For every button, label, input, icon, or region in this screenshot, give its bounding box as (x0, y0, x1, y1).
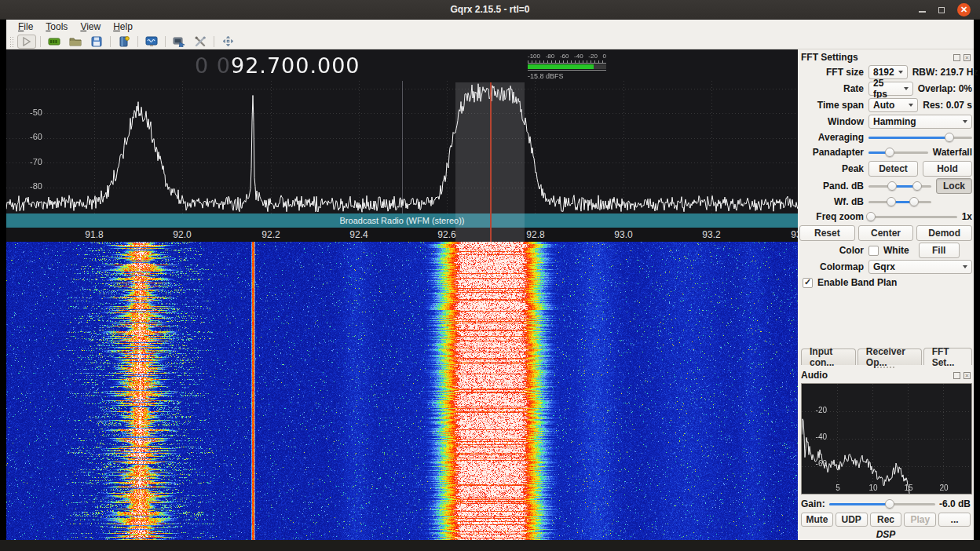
mute-button[interactable]: Mute (801, 513, 833, 527)
frequency-leading-zeros: 0 0 (195, 53, 231, 78)
slider-handle-high[interactable] (912, 181, 922, 191)
resolution-info: Res: 0.07 s (923, 100, 972, 111)
titlebar[interactable]: Gqrx 2.15.5 - rtl=0 ✕ (0, 0, 980, 20)
fill-button[interactable]: Fill (919, 243, 960, 258)
close-dock-icon[interactable]: ✕ (964, 372, 971, 379)
fft-settings-title: FFT Settings (801, 52, 858, 63)
meter-tick-ruler (528, 60, 606, 64)
udp-button[interactable]: UDP (836, 513, 868, 527)
bookmarks-button[interactable] (115, 35, 133, 49)
white-checkbox[interactable] (868, 246, 879, 256)
start-dsp-button[interactable] (17, 35, 36, 49)
peak-detect-button[interactable]: Detect (868, 161, 918, 177)
freq-tick: 93.0 (614, 229, 632, 240)
slider-handle-high[interactable] (909, 197, 919, 206)
meter-tick: -60 (560, 53, 569, 60)
audio-gain-slider[interactable] (829, 498, 935, 509)
window-select[interactable]: Hamming (868, 115, 972, 129)
screen: Gqrx 2.15.5 - rtl=0 ✕ File Tools View He… (0, 0, 980, 551)
freq-zoom-slider[interactable] (868, 211, 957, 222)
slider-handle-low[interactable] (887, 181, 897, 191)
tuned-frequency-line[interactable] (490, 82, 492, 242)
menu-help[interactable]: Help (108, 20, 138, 34)
audio-db-tick: -40 (805, 432, 827, 441)
peak-label: Peak (799, 163, 864, 174)
reset-button[interactable]: Reset (799, 225, 855, 241)
dock-tabs: Input con... Receiver Op... FFT Set... (799, 348, 972, 365)
meter-tick: 0 (603, 53, 606, 60)
wf-db-range-slider[interactable] (868, 196, 931, 207)
slider-handle[interactable] (945, 133, 954, 142)
close-button[interactable]: ✕ (957, 3, 971, 16)
minimize-button[interactable] (919, 7, 926, 13)
slider-handle[interactable] (885, 148, 894, 157)
save-file-button[interactable] (87, 35, 106, 49)
bookmarks-icon (119, 36, 130, 47)
db-tick: -70 (6, 157, 42, 166)
slider-handle-low[interactable] (887, 197, 896, 206)
frequency-readout[interactable]: 0 092.700.000 (195, 53, 360, 78)
waterfall-plot[interactable] (6, 242, 798, 540)
float-dock-icon[interactable] (953, 372, 960, 379)
overlap-info: Overlap: 0% (918, 83, 972, 94)
window-label: Window (799, 116, 864, 127)
close-dock-icon[interactable]: ✕ (964, 54, 971, 61)
freq-zoom-label: Freq zoom (799, 211, 864, 222)
chevron-down-icon (904, 87, 909, 90)
freq-tick: 91.8 (85, 229, 103, 240)
peak-hold-button[interactable]: Hold (923, 161, 972, 177)
audio-freq-tick: 20 (939, 483, 948, 492)
dsp-label: DSP (799, 529, 972, 540)
open-file-icon (69, 36, 82, 47)
audio-fft-canvas (802, 384, 971, 494)
audio-options-button[interactable]: ... (938, 513, 971, 527)
maximize-button[interactable] (938, 7, 945, 13)
colormap-label: Colormap (799, 261, 864, 272)
panadapter-plot[interactable] (6, 49, 798, 213)
meter-value: -15.8 dBFS (528, 72, 606, 80)
dsp-window-button[interactable] (142, 35, 161, 49)
rec-button[interactable]: Rec (870, 513, 902, 527)
remote-control-button[interactable] (170, 35, 188, 49)
device-config-button[interactable] (45, 35, 64, 49)
menu-file[interactable]: File (13, 20, 38, 34)
center-button[interactable]: Center (858, 225, 914, 241)
pand-db-label: Pand. dB (799, 181, 864, 192)
tab-receiver-options[interactable]: Receiver Op... (858, 348, 922, 365)
tab-fft-settings[interactable]: FFT Set... (923, 348, 972, 365)
demod-button[interactable]: Demod (916, 225, 972, 241)
tools-button[interactable] (191, 35, 210, 49)
db-tick: -80 (6, 181, 42, 191)
start-dsp-icon (22, 37, 31, 46)
enable-band-plan-checkbox[interactable] (803, 278, 813, 288)
chevron-down-icon (963, 120, 967, 123)
fullscreen-button[interactable] (218, 35, 237, 49)
averaging-slider[interactable] (868, 132, 972, 143)
freq-tick: 93.2 (702, 229, 720, 240)
bottom-screen-edge (0, 540, 980, 551)
frequency-digits[interactable]: 92.700.000 (231, 53, 360, 78)
frequency-axis[interactable]: 91.8 92.0 92.2 92.4 92.6 92.8 93.0 93.2 … (6, 228, 798, 242)
float-dock-icon[interactable] (953, 54, 960, 61)
lock-button[interactable]: Lock (936, 178, 972, 194)
timespan-select[interactable]: Auto (868, 98, 918, 112)
meter-tick: -80 (546, 53, 555, 60)
pand-db-range-slider[interactable] (868, 181, 931, 192)
toolbar-grip[interactable] (9, 36, 13, 47)
pan-waterfall-split-slider[interactable] (868, 147, 928, 158)
fft-settings-header: FFT Settings ✕ (799, 51, 972, 64)
slider-handle[interactable] (885, 499, 894, 509)
slider-handle[interactable] (866, 212, 876, 221)
rate-select[interactable]: 25 fps (868, 82, 913, 96)
menu-view[interactable]: View (75, 20, 106, 34)
bandplan-bar[interactable]: Broadcast Radio (WFM (stereo)) (6, 213, 798, 228)
tab-input-controls[interactable]: Input con... (801, 348, 856, 365)
chevron-down-icon (898, 71, 903, 74)
open-file-button[interactable] (66, 35, 85, 49)
timespan-label: Time span (799, 100, 864, 111)
gain-label: Gain: (801, 498, 825, 509)
menu-tools[interactable]: Tools (40, 20, 73, 34)
audio-spectrum-plot: -20 -40 -60 5 10 15 20 (801, 383, 972, 494)
colormap-select[interactable]: Gqrx (868, 260, 972, 274)
enable-band-plan-label: Enable Band Plan (817, 277, 897, 288)
